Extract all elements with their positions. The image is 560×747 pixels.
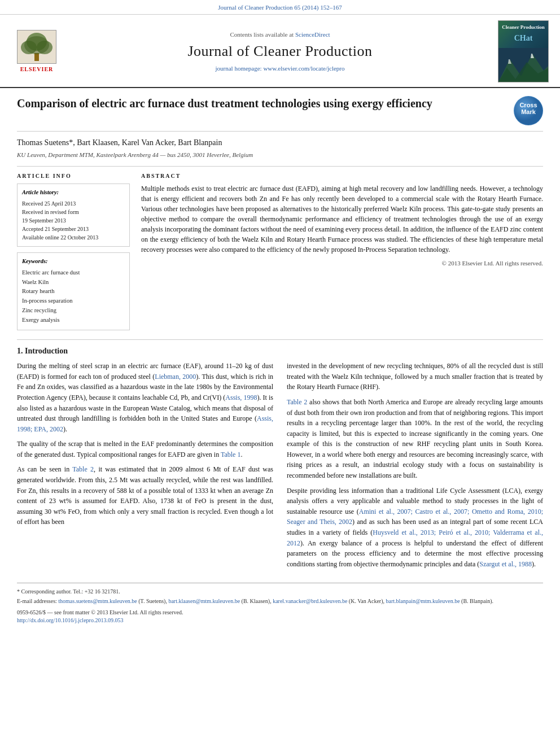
cover-mountains-svg (498, 48, 549, 82)
history-title: Article history: (22, 189, 125, 197)
article-title-section: Comparison of electric arc furnace dust … (17, 96, 543, 132)
intro-left-col: During the melting of steel scrap in an … (17, 361, 273, 574)
article-body: Comparison of electric arc furnace dust … (0, 88, 560, 636)
article-info-abstract-columns: ARTICLE INFO Article history: Received 2… (17, 166, 543, 330)
szargut-ref[interactable]: Szargut et al., 1988 (479, 560, 532, 568)
footnote-area: * Corresponding author. Tel.: +32 16 321… (17, 583, 543, 624)
keyword-2: Waelz Kiln (22, 278, 125, 287)
article-info-header: ARTICLE INFO (17, 172, 130, 180)
intro-p1: During the melting of steel scrap in an … (17, 361, 273, 434)
revised-date-line: 19 September 2013 (22, 216, 125, 225)
issn-line: 0959-6526/$ — see front matter © 2013 El… (17, 609, 543, 617)
intro-p5: Table 2 also shows that both North Ameri… (287, 397, 543, 481)
journal-title: Journal of Cleaner Production (73, 41, 487, 62)
email3-link[interactable]: karel.vanacker@brd.kuleuven.be (273, 598, 347, 604)
elsevier-label: ELSEVIER (20, 65, 54, 73)
amini-ref[interactable]: Amini et al., 2007; Castro et al., 2007;… (287, 508, 543, 526)
keyword-4: In-process separation (22, 296, 125, 306)
table2-ref-2[interactable]: Table 2 (287, 398, 307, 406)
keywords-title: Keywords: (22, 257, 125, 266)
left-column: ARTICLE INFO Article history: Received 2… (17, 172, 130, 330)
huysveld-ref[interactable]: Huysveld et al., 2013; Peiró et al., 201… (287, 528, 543, 547)
page: Journal of Cleaner Production 65 (2014) … (0, 0, 560, 636)
received-revised-label: Received in revised form (22, 208, 125, 216)
accepted-line: Accepted 21 September 2013 (22, 225, 125, 233)
sciencedirect-link[interactable]: ScienceDirect (295, 31, 330, 38)
top-bar: Journal of Cleaner Production 65 (2014) … (0, 0, 560, 15)
article-info-box: Article history: Received 25 April 2013 … (17, 184, 130, 247)
intro-section-title: 1. Introduction (17, 346, 543, 357)
article-title: Comparison of electric arc furnace dust … (17, 96, 514, 111)
svg-point-5 (24, 36, 49, 54)
svg-text:Mark: Mark (521, 108, 536, 115)
assis-epa-ref[interactable]: Assis, 1998; EPA, 2002 (17, 414, 273, 433)
copyright-line: © 2013 Elsevier Ltd. All rights reserved… (141, 259, 543, 268)
journal-center: Contents lists available at ScienceDirec… (62, 30, 498, 73)
keywords-box: Keywords: Electric arc furnace dust Wael… (17, 252, 130, 330)
intro-p6: Despite providing less information than … (287, 486, 543, 570)
crossmark-circle: Cross Mark (514, 96, 543, 125)
email1-link[interactable]: thomas.suetens@mtm.kuleuven.be (58, 598, 137, 604)
email2-link[interactable]: bart.klaasen@mtm.kuleuven.be (168, 598, 240, 604)
abstract-text: Multiple methods exist to treat electric… (141, 184, 543, 255)
intro-p4: invested in the development of new recyc… (287, 361, 543, 392)
svg-text:Cross: Cross (519, 102, 537, 108)
intro-p2: The quality of the scrap that is melted … (17, 439, 273, 460)
elsevier-tree-image (17, 30, 56, 64)
keyword-3: Rotary hearth (22, 287, 125, 296)
introduction-section: 1. Introduction During the melting of st… (17, 339, 543, 574)
email-addresses-line: E-mail addresses: thomas.suetens@mtm.kul… (17, 597, 543, 605)
affiliation-line: KU Leuven, Department MTM, Kasteelpark A… (17, 151, 543, 159)
elsevier-logo: ELSEVIER (11, 30, 62, 73)
abstract-header: ABSTRACT (141, 172, 543, 180)
intro-p3: As can be seen in Table 2, it was estima… (17, 464, 273, 527)
homepage-line: journal homepage: www.elsevier.com/locat… (73, 64, 487, 73)
crossmark-badge: Cross Mark (514, 96, 543, 125)
received-line: Received 25 April 2013 (22, 199, 125, 208)
contents-line: Contents lists available at ScienceDirec… (73, 30, 487, 39)
svg-rect-4 (34, 53, 39, 61)
cover-chat-label: CHat (514, 33, 533, 44)
homepage-link[interactable]: journal homepage: www.elsevier.com/locat… (216, 65, 345, 72)
table2-ref[interactable]: Table 2 (72, 465, 94, 473)
corresponding-author-line: * Corresponding author. Tel.: +32 16 321… (17, 588, 543, 596)
journal-reference: Journal of Cleaner Production 65 (2014) … (218, 4, 342, 11)
authors-line: Thomas Suetens*, Bart Klaasen, Karel Van… (17, 137, 543, 148)
intro-right-col: invested in the development of new recyc… (287, 361, 543, 574)
keyword-5: Zinc recycling (22, 306, 125, 316)
journal-cover-image: Cleaner Production CHat (498, 20, 549, 82)
keyword-1: Electric arc furnace dust (22, 268, 125, 278)
intro-two-columns: During the melting of steel scrap in an … (17, 361, 543, 574)
assis-ref-1[interactable]: Assis, 1998 (225, 394, 257, 401)
liebman-ref[interactable]: Liebman, 2000 (155, 373, 196, 381)
keyword-6: Exergy analysis (22, 316, 125, 325)
cover-journal-title: Cleaner Production (502, 24, 544, 30)
doi-link[interactable]: http://dx.doi.org/10.1016/j.jclepro.2013… (17, 617, 123, 623)
available-line: Available online 22 October 2013 (22, 233, 125, 242)
table1-ref[interactable]: Table 1 (221, 451, 240, 458)
email4-link[interactable]: bart.blanpain@mtm.kuleuven.be (386, 598, 460, 604)
right-column: ABSTRACT Multiple methods exist to treat… (141, 172, 543, 330)
journal-header: ELSEVIER Contents lists available at Sci… (0, 15, 560, 88)
